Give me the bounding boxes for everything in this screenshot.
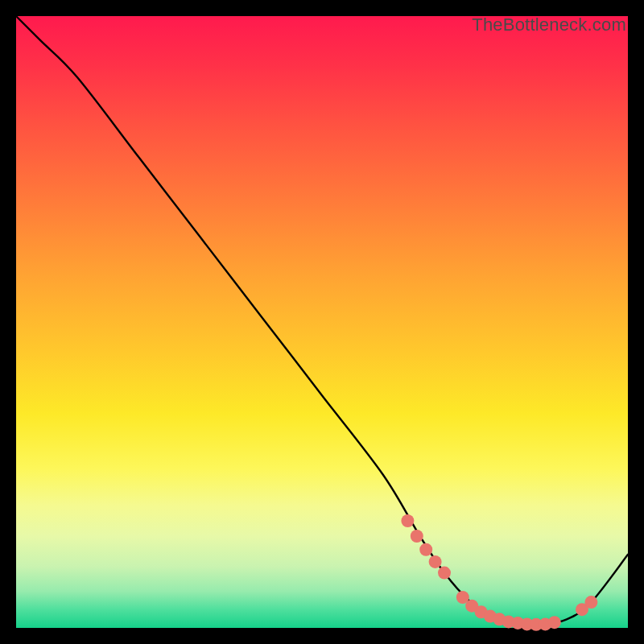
curve-marker [548,616,561,629]
curve-marker [401,514,414,527]
curve-marker [419,543,432,556]
chart-plot-area: TheBottleneck.com [16,16,628,628]
chart-stage: TheBottleneck.com [0,0,644,644]
bottleneck-curve [16,16,628,625]
curve-markers [401,514,597,631]
curve-marker [438,567,451,580]
curve-marker [584,596,597,609]
curve-marker [411,530,423,543]
curve-marker [429,555,442,568]
chart-svg [16,16,628,628]
